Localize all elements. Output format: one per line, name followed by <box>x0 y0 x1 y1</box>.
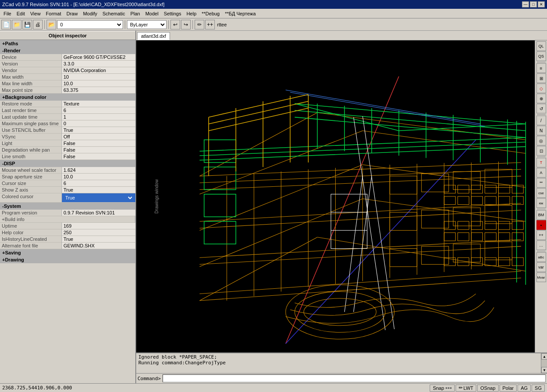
pencil-button[interactable]: ✏ <box>195 20 204 29</box>
rt-crosshair-button[interactable]: ⊕ <box>536 94 546 103</box>
layer-dropdown[interactable]: 0 <box>57 20 123 29</box>
menu-debug[interactable]: **Debug <box>199 10 222 17</box>
menu-edit[interactable]: Edit <box>14 10 28 17</box>
plus-plus-button[interactable]: ++ <box>205 20 215 29</box>
rt-var-button[interactable]: var <box>536 262 546 272</box>
close-button[interactable]: ✕ <box>538 1 545 7</box>
section-disp[interactable]: -DISP <box>0 160 135 167</box>
main-layout: Object inspector +Paths -Render Device G… <box>0 31 547 383</box>
rt-square-button[interactable]: ⊡ <box>536 146 546 156</box>
render-header[interactable]: -Render <box>0 47 135 54</box>
console-input-field[interactable] <box>163 374 546 382</box>
rt-bm-button[interactable]: ВМ <box>536 210 546 220</box>
menu-model[interactable]: Model <box>143 10 161 17</box>
rt-dots-button[interactable]: … <box>536 240 546 250</box>
section-background[interactable]: +Background color <box>0 94 135 101</box>
menu-draw[interactable]: Draw <box>64 10 80 17</box>
value-progversion: 0.9.7 Revision SVN:101 <box>62 210 135 216</box>
row-linesmoth: Line smoth False <box>0 153 135 160</box>
value-restoremode: Texture <box>62 101 135 107</box>
colored-cursor-select[interactable]: True False <box>64 194 134 202</box>
inspector-scroll[interactable]: +Paths -Render Device GeForce 9600 GT/PC… <box>0 40 135 383</box>
redo-button[interactable]: ↪ <box>181 20 191 29</box>
rt-circle-button[interactable]: ◎ <box>536 136 546 145</box>
rt-a-button[interactable]: A <box>536 168 546 178</box>
ag-button[interactable]: AG <box>518 385 531 392</box>
drawing-header[interactable]: +Drawing <box>0 256 135 263</box>
toolbar-sep4 <box>192 20 193 29</box>
save-button[interactable]: 💾 <box>22 20 32 29</box>
background-header[interactable]: +Background color <box>0 94 135 101</box>
label-mousescale: Mouse wheel scale factor <box>0 167 62 174</box>
value-coloredcursor[interactable]: True False <box>62 193 135 203</box>
rt-red-square-button[interactable]: ▪ <box>536 220 546 230</box>
open-button[interactable]: 📁 <box>12 20 22 29</box>
row-altfont: Alternate font file GEWIND.SHX <box>0 243 135 249</box>
section-render[interactable]: -Render <box>0 47 135 54</box>
rt-lines-button[interactable]: ≡ <box>536 63 546 73</box>
minimize-button[interactable]: — <box>522 1 529 7</box>
row-cursorsize: Cursor size 6 <box>0 180 135 187</box>
rt-text-button[interactable]: T <box>536 158 546 167</box>
right-area: atlant3d.dxf <box>136 31 547 383</box>
console-vscroll[interactable]: ▲ ▼ <box>541 353 547 373</box>
rt-cse-button[interactable]: csе <box>536 188 546 198</box>
rt-line-button[interactable]: / <box>536 116 546 125</box>
system-header[interactable]: -System <box>0 203 135 210</box>
paths-header[interactable]: +Paths <box>0 40 135 47</box>
section-paths[interactable]: +Paths <box>0 40 135 47</box>
menu-settings[interactable]: Settings <box>161 10 184 17</box>
rt-plusplus-button[interactable]: ++ <box>536 230 546 240</box>
rt-qs-button[interactable]: QS <box>536 51 546 61</box>
scroll-track[interactable] <box>541 359 547 367</box>
label-degradation: Degradation while pan <box>0 147 62 153</box>
print-button[interactable]: 🖨 <box>33 20 43 29</box>
sg-button[interactable]: SG <box>532 385 545 392</box>
maximize-button[interactable]: □ <box>530 1 537 7</box>
rt-n-button[interactable]: N <box>536 126 546 135</box>
value-altfont: GEWIND.SHX <box>62 243 135 249</box>
saving-header[interactable]: +Saving <box>0 249 135 257</box>
menu-file[interactable]: File <box>1 10 14 17</box>
toolbar: 📄 📁 💾 🖨 📂 0 ByLayer ↩ ↪ ✏ ++ rttee <box>0 18 547 31</box>
label-buildinfo[interactable]: +Build info <box>0 216 135 223</box>
row-version: Version 3.3.0 <box>0 61 135 67</box>
scroll-up-button[interactable]: ▲ <box>541 353 547 359</box>
menu-view[interactable]: View <box>28 10 43 17</box>
menu-plan[interactable]: Plan <box>128 10 143 17</box>
disp-header[interactable]: -DISP <box>0 160 135 167</box>
value-lastrendertime: 6 <box>62 107 135 114</box>
section-system[interactable]: -System <box>0 203 135 210</box>
lwt-button[interactable]: ✏ LWT <box>456 385 476 392</box>
menu-modify[interactable]: Modify <box>80 10 100 17</box>
rt-ql-button[interactable]: QL <box>536 41 546 51</box>
label-snapaperture: Snap aperture size <box>0 174 62 180</box>
row-light: Light False <box>0 140 135 147</box>
menu-format[interactable]: Format <box>43 10 64 17</box>
section-drawing-bottom[interactable]: +Drawing <box>0 256 135 263</box>
row-coloredcursor[interactable]: Colored cursor True False <box>0 193 135 203</box>
rt-rotate-button[interactable]: ↺ <box>536 104 546 113</box>
section-saving[interactable]: +Saving <box>0 249 135 257</box>
menu-help[interactable]: Help <box>184 10 199 17</box>
folder-button[interactable]: 📂 <box>47 20 56 29</box>
drawing-canvas[interactable]: Drawings window <box>136 40 547 352</box>
polar-button[interactable]: Polar <box>500 385 517 392</box>
row-buildinfo[interactable]: +Build info <box>0 216 135 223</box>
osnap-button[interactable]: OSnap <box>477 385 498 392</box>
scroll-down-button[interactable]: ▼ <box>541 367 547 373</box>
tab-atlant3d[interactable]: atlant3d.dxf <box>137 32 170 40</box>
bylayer-dropdown[interactable]: ByLayer <box>127 20 167 29</box>
rt-yuk-button[interactable]: юк <box>536 198 546 208</box>
new-button[interactable]: 📄 <box>1 20 11 29</box>
undo-button[interactable]: ↩ <box>170 20 180 29</box>
snap-button[interactable]: Snap <box>430 385 455 392</box>
rt-mvar-button[interactable]: Mvar <box>536 272 546 282</box>
label-version: Version <box>0 61 62 67</box>
rt-grid-button[interactable]: ⊞ <box>536 73 546 83</box>
rt-abc-button[interactable]: аВс <box>536 252 546 262</box>
rt-diamond-button[interactable]: ◇ <box>536 83 546 93</box>
menu-bd[interactable]: **БД Чертежа <box>222 10 258 17</box>
rt-star-button[interactable]: ** <box>536 178 546 188</box>
menu-schematic[interactable]: Schematic <box>100 10 127 17</box>
